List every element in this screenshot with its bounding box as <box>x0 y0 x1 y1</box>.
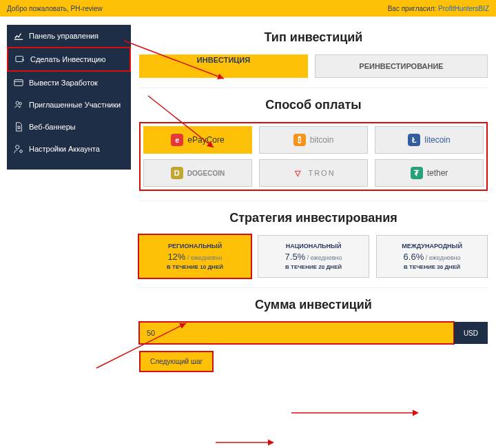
sidebar: Панель управления Сделать Инвестицию Выв… <box>7 25 131 170</box>
tab-investment[interactable]: ИНВЕСТИЦИЯ <box>139 54 308 78</box>
card-icon <box>14 78 23 88</box>
users-icon <box>14 100 23 110</box>
tether-icon: ₮ <box>411 167 423 179</box>
bitcoin-icon: ₿ <box>293 134 306 146</box>
topbar: Добро пожаловать, PH-review Вас пригласи… <box>0 0 496 17</box>
inviter-link[interactable]: ProfitHuntersBIZ <box>438 5 489 12</box>
svg-rect-1 <box>14 80 23 86</box>
user-gear-icon <box>14 144 23 154</box>
document-icon <box>14 122 23 132</box>
section-title-amount: Сумма инвестиций <box>139 298 488 312</box>
litecoin-icon: Ł <box>408 134 420 146</box>
section-title-payment: Способ оплаты <box>139 98 488 112</box>
sidebar-item-invest[interactable]: Сделать Инвестицию <box>7 47 131 72</box>
pay-epaycore[interactable]: e ePayCore <box>143 126 252 154</box>
epaycore-icon: e <box>171 134 183 146</box>
section-title-strategy: Стратегия инвестирования <box>139 211 488 225</box>
svg-point-2 <box>16 101 19 104</box>
svg-point-3 <box>19 103 22 105</box>
pay-litecoin[interactable]: Ł litecoin <box>375 126 484 154</box>
dogecoin-icon: D <box>171 167 183 179</box>
inviter-block: Вас пригласил: ProfitHuntersBIZ <box>388 5 489 12</box>
tron-icon: ▽ <box>291 167 304 179</box>
tab-reinvestment[interactable]: РЕИНВЕСТИРОВАНИЕ <box>315 54 488 78</box>
currency-label: USD <box>454 322 488 344</box>
sidebar-item-dashboard[interactable]: Панель управления <box>7 25 131 47</box>
svg-point-5 <box>20 150 23 153</box>
section-title-type: Тип инвестиций <box>139 30 488 45</box>
welcome-text: Добро пожаловать, PH-review <box>7 5 103 12</box>
sidebar-item-settings[interactable]: Настройки Аккаунта <box>7 138 131 160</box>
sidebar-item-banners[interactable]: Веб-баннеры <box>7 116 131 138</box>
strategy-national[interactable]: НАЦИОНАЛЬНЫЙ 7.5% / ежедневно В ТЕЧЕНИЕ … <box>258 235 369 278</box>
pay-tron[interactable]: ▽ TRON <box>259 159 368 187</box>
content: Тип инвестиций ИНВЕСТИЦИЯ РЕИНВЕСТИРОВАН… <box>131 17 496 379</box>
sidebar-item-withdraw[interactable]: Вывести Заработок <box>7 72 131 94</box>
next-step-button[interactable]: Следующий шаг <box>139 351 214 372</box>
pay-bitcoin[interactable]: ₿ bitcoin <box>259 126 368 154</box>
strategy-regional[interactable]: РЕГИОНАЛЬНЫЙ 12% / ежедневно В ТЕЧЕНИЕ 1… <box>139 235 251 278</box>
svg-rect-0 <box>16 57 23 62</box>
sidebar-item-referrals[interactable]: Приглашенные Участники <box>7 94 131 116</box>
svg-point-4 <box>16 145 19 149</box>
amount-input[interactable] <box>139 322 454 344</box>
card-plus-icon <box>15 54 25 64</box>
strategy-international[interactable]: МЕЖДУНАРОДНЫЙ 6.6% / ежедневно В ТЕЧЕНИЕ… <box>376 235 488 278</box>
pay-tether[interactable]: ₮ tether <box>375 159 484 187</box>
chart-icon <box>14 31 23 41</box>
pay-dogecoin[interactable]: D DOGECOIN <box>143 159 252 187</box>
